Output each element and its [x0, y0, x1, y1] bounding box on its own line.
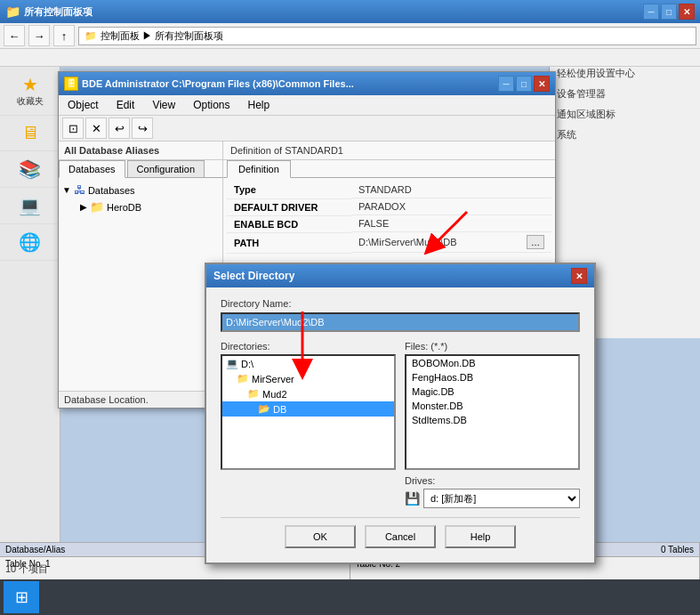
bde-left-panel: All Database Aliases Databases Configura…	[59, 142, 223, 391]
def-key-type: Type	[227, 182, 351, 198]
definition-table: Type STANDARD DEFAULT DRIVER PARADOX ENA…	[227, 182, 551, 254]
expand-icon-databases: ▼	[62, 185, 71, 195]
cp-title: 所有控制面板项	[24, 5, 93, 19]
bde-titlebar: 🗄 BDE Administrator C:\Program Files (x8…	[59, 72, 555, 95]
address-bar: 📁 控制面板 ▶ 所有控制面板项	[78, 27, 696, 45]
cp-minimize-btn[interactable]: ─	[643, 4, 659, 20]
files-label: Files: (*.*)	[405, 341, 580, 352]
file-item-1[interactable]: FengHaos.DB	[406, 370, 578, 384]
files-list[interactable]: BOBOMon.DB FengHaos.DB Magic.DB Monster.…	[405, 354, 580, 470]
definition-header: Definition of STANDARD1	[223, 142, 555, 160]
file-item-4[interactable]: StdItems.DB	[406, 413, 578, 427]
bt2-header-right: 0 Tables	[661, 545, 694, 554]
dialog-content: Directory Name: Directories: 💻 D:\ 📁 Mir…	[206, 287, 594, 562]
directories-panel: Directories: 💻 D:\ 📁 MirServer 📁 Mud2	[221, 341, 396, 508]
menu-view[interactable]: View	[147, 97, 181, 113]
file-item-0[interactable]: BOBOMon.DB	[406, 356, 578, 370]
cp-folder-icon: 📁	[5, 4, 20, 19]
menu-object[interactable]: Object	[62, 97, 104, 113]
tree-databases-label: Databases	[88, 185, 135, 196]
right-item-device-mgr[interactable]: 设备管理器	[550, 84, 700, 104]
tab-databases[interactable]: Databases	[59, 160, 125, 178]
nav-item-desktop[interactable]: 🖥	[0, 116, 60, 151]
menu-options[interactable]: Options	[188, 97, 235, 113]
cp-maximize-btn[interactable]: □	[661, 4, 677, 20]
taskbar: ⊞	[0, 579, 700, 615]
def-row-path: PATH D:\MirServer\Mud2\DB …	[227, 232, 551, 253]
toolbar-redo-btn[interactable]: ↪	[132, 117, 153, 139]
bde-close-btn[interactable]: ✕	[534, 76, 550, 92]
bt1-header-left: Database/Alias	[5, 545, 65, 554]
def-tab-row: Definition	[223, 160, 555, 178]
toolbar-delete-btn[interactable]: ✕	[85, 117, 107, 139]
toolbar-new-btn[interactable]: ⊡	[62, 117, 84, 139]
directory-name-input[interactable]	[221, 312, 580, 332]
favorites-icon: ★	[4, 74, 56, 95]
right-item-system[interactable]: 系统	[550, 125, 700, 145]
db-folder-icon: 🖧	[74, 183, 85, 197]
drives-select[interactable]: d: [新加卷]	[423, 489, 580, 508]
cp-back-btn[interactable]: ←	[4, 25, 25, 46]
def-content: Type STANDARD DEFAULT DRIVER PARADOX ENA…	[223, 178, 555, 257]
dir-icon-mud2: 📁	[247, 388, 260, 400]
path-value-text: D:\MirServer\Mud2\DB	[358, 237, 457, 247]
cp-up-btn[interactable]: ↑	[53, 25, 75, 46]
nav-item-network[interactable]: 🌐	[0, 224, 60, 261]
nav-item-library[interactable]: 📚	[0, 151, 60, 188]
file-item-2[interactable]: Magic.DB	[406, 384, 578, 399]
network-icon: 🌐	[4, 231, 56, 253]
tree-item-databases[interactable]: ▼ 🖧 Databases	[62, 182, 219, 198]
bde-titlebar-buttons: ─ □ ✕	[498, 76, 550, 92]
menu-edit[interactable]: Edit	[111, 97, 141, 113]
bde-toolbar: ⊡ ✕ ↩ ↪	[59, 116, 555, 142]
dir-label-mud2: Mud2	[262, 389, 287, 400]
nav-item-favorites[interactable]: ★ 收藏夹	[0, 67, 60, 116]
start-button[interactable]: ⊞	[4, 581, 39, 613]
tab-configuration[interactable]: Configuration	[127, 160, 205, 177]
nav-item-thispc[interactable]: 💻	[0, 188, 60, 224]
dir-item-db[interactable]: 📂 DB	[222, 401, 394, 417]
cp-titlebar-buttons: ─ □ ✕	[643, 4, 695, 20]
bde-maximize-btn[interactable]: □	[516, 76, 532, 92]
def-row-driver: DEFAULT DRIVER PARADOX	[227, 198, 551, 215]
drives-section: Drives: 💾 d: [新加卷]	[405, 475, 580, 508]
toolbar-undo-btn[interactable]: ↩	[109, 117, 130, 139]
menu-help[interactable]: Help	[243, 97, 276, 113]
bde-window-icon: 🗄	[64, 77, 78, 91]
path-browse-btn[interactable]: …	[527, 235, 544, 249]
cp-close-btn[interactable]: ✕	[679, 4, 695, 20]
file-item-3[interactable]: Monster.DB	[406, 399, 578, 413]
desktop-icon: 🖥	[4, 123, 56, 143]
bde-minimize-btn[interactable]: ─	[498, 76, 514, 92]
expand-icon-herodb: ▶	[80, 202, 87, 212]
dir-item-mirserver[interactable]: 📁 MirServer	[222, 371, 394, 386]
def-tab-definition[interactable]: Definition	[227, 160, 291, 178]
dir-label-mirserver: MirServer	[252, 374, 294, 384]
drive-icon: 💾	[405, 491, 420, 506]
def-val-bcd: FALSE	[351, 215, 551, 232]
ok-button[interactable]: OK	[285, 525, 356, 548]
cancel-button[interactable]: Cancel	[365, 525, 436, 548]
herodb-icon: 📁	[90, 200, 104, 214]
bde-window-title: BDE Administrator C:\Program Files (x86)…	[82, 78, 354, 89]
control-panel-window: 📁 所有控制面板项 ─ □ ✕ ← → ↑ 📁 控制面板 ▶ 所有控制面板项	[0, 0, 700, 67]
directories-label: Directories:	[221, 341, 396, 352]
def-val-type: STANDARD	[351, 182, 551, 198]
tree-item-herodb[interactable]: ▶ 📁 HeroDB	[76, 198, 219, 215]
control-panel-titlebar: 📁 所有控制面板项 ─ □ ✕	[0, 0, 700, 23]
all-db-aliases-header: All Database Aliases	[59, 142, 222, 160]
right-item-notify[interactable]: 通知区域图标	[550, 104, 700, 125]
dialog-titlebar: Select Directory ✕	[206, 264, 594, 287]
cp-toolbar: ← → ↑ 📁 控制面板 ▶ 所有控制面板项	[0, 23, 700, 49]
tree-herodb-label: HeroDB	[107, 202, 141, 213]
left-nav: ★ 收藏夹 🖥 📚 💻 🌐	[0, 67, 60, 542]
dir-item-d[interactable]: 💻 D:\	[222, 356, 394, 371]
dialog-panels: Directories: 💻 D:\ 📁 MirServer 📁 Mud2	[221, 341, 580, 508]
directories-list[interactable]: 💻 D:\ 📁 MirServer 📁 Mud2 📂 DB	[221, 354, 396, 470]
def-key-bcd: ENABLE BCD	[227, 215, 351, 232]
cp-forward-btn[interactable]: →	[28, 25, 50, 46]
help-button[interactable]: Help	[445, 525, 516, 548]
dialog-close-btn[interactable]: ✕	[571, 268, 587, 284]
thispc-icon: 💻	[4, 195, 56, 216]
dir-item-mud2[interactable]: 📁 Mud2	[222, 386, 394, 401]
